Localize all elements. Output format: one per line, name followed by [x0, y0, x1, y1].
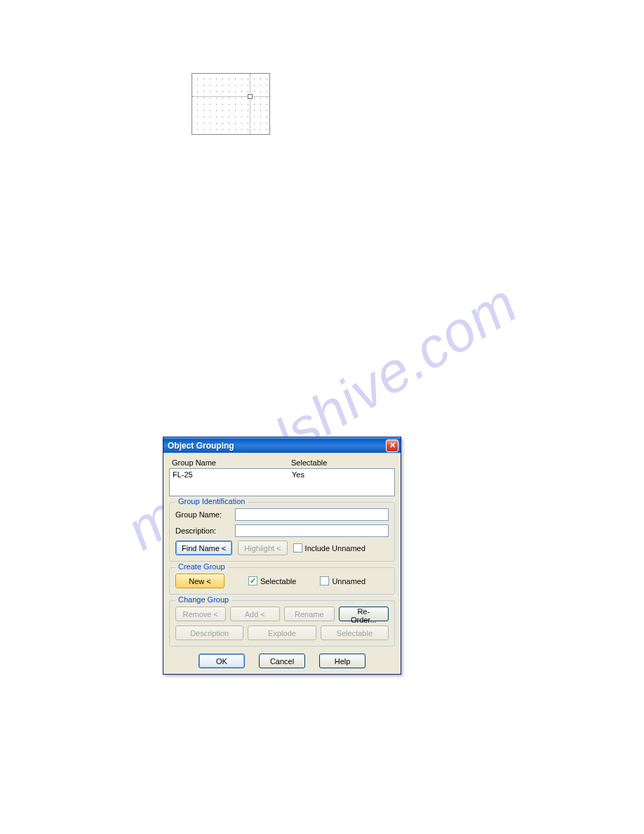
highlight-button: Highlight <	[238, 541, 287, 555]
add-button: Add <	[230, 607, 281, 621]
dialog-body: Group Name Selectable FL-25 Yes Group Id…	[163, 453, 401, 674]
group-name-input[interactable]	[235, 508, 389, 521]
selectable-label: Selectable	[260, 577, 296, 585]
cancel-button[interactable]: Cancel	[259, 654, 305, 668]
selectable-checkbox[interactable]	[248, 576, 257, 585]
description-input[interactable]	[235, 524, 389, 537]
remove-button: Remove <	[175, 607, 226, 621]
reorder-button[interactable]: Re-Order...	[339, 607, 389, 621]
explode-button: Explode	[248, 626, 316, 640]
find-name-button[interactable]: Find Name <	[175, 541, 232, 555]
selectable-button: Selectable	[321, 626, 389, 640]
create-group-title: Create Group	[175, 562, 228, 571]
footer-buttons: OK Cancel Help	[169, 654, 395, 668]
description-label: Description:	[175, 527, 235, 535]
object-grouping-dialog: Object Grouping ✕ Group Name Selectable …	[163, 437, 401, 675]
unnamed-label: Unnamed	[332, 577, 365, 585]
dialog-title: Object Grouping	[168, 441, 234, 451]
grid-vertical-line	[250, 74, 250, 134]
include-unnamed-checkbox[interactable]	[293, 543, 302, 552]
column-header-name: Group Name	[172, 458, 291, 467]
group-identification-box: Group Identification Group Name: Descrip…	[169, 502, 395, 562]
grid-dots	[192, 74, 269, 134]
column-header-selectable: Selectable	[291, 458, 327, 467]
unnamed-checkbox[interactable]	[320, 576, 329, 585]
titlebar[interactable]: Object Grouping ✕	[163, 437, 401, 453]
create-group-box: Create Group New < Selectable Unnamed	[169, 567, 395, 595]
grid-cursor-box	[248, 94, 253, 99]
ok-button[interactable]: OK	[199, 654, 245, 668]
description-button: Description	[175, 626, 243, 640]
unnamed-checkbox-wrap[interactable]: Unnamed	[320, 576, 365, 585]
group-list[interactable]: FL-25 Yes	[169, 468, 395, 496]
new-button[interactable]: New <	[175, 574, 224, 588]
change-group-box: Change Group Remove < Add < Rename Re-Or…	[169, 600, 395, 647]
close-button[interactable]: ✕	[386, 439, 398, 452]
rename-button: Rename	[284, 607, 335, 621]
help-button[interactable]: Help	[319, 654, 365, 668]
close-icon: ✕	[389, 442, 396, 449]
include-unnamed-label: Include Unnamed	[305, 544, 365, 552]
list-cell-selectable: Yes	[292, 470, 304, 479]
include-unnamed-checkbox-wrap[interactable]: Include Unnamed	[293, 543, 365, 552]
change-group-title: Change Group	[175, 595, 232, 604]
grid-figure	[192, 73, 270, 135]
group-identification-title: Group Identification	[175, 497, 248, 505]
grid-horizontal-line	[192, 96, 269, 97]
selectable-checkbox-wrap[interactable]: Selectable	[248, 576, 296, 585]
group-name-label: Group Name:	[175, 510, 235, 519]
list-item[interactable]: FL-25 Yes	[173, 470, 391, 479]
group-list-header: Group Name Selectable	[169, 457, 395, 468]
list-cell-name: FL-25	[173, 470, 292, 479]
